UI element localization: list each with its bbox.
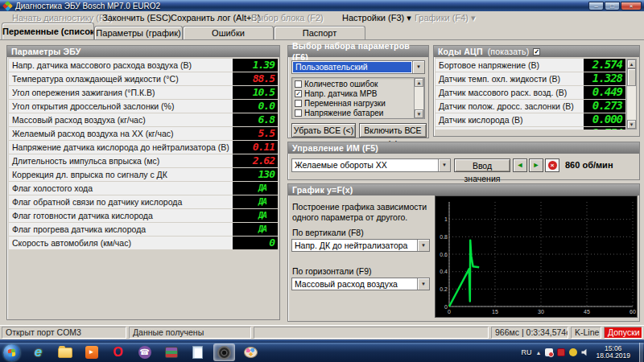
graph-description: Построение графика зависимости одного па… (292, 202, 432, 223)
vertical-axis-value: Напр. ДК до нейтрализатора (292, 240, 417, 251)
menu-item-settings[interactable]: Настройки (F3) ▾ (341, 12, 413, 24)
svg-text:30: 30 (538, 309, 544, 315)
ecu-param-rows: Напр. датчика массового расхода воздуха … (9, 59, 278, 250)
tab-variables-list[interactable]: Переменные (список) (2, 23, 94, 39)
menu-item-save-log[interactable]: Сохранить лог (Alt+S) (169, 12, 262, 23)
svg-text:1: 1 (444, 216, 448, 222)
stop-control-button[interactable]: × (545, 158, 559, 172)
param-value-lcd: ДА (233, 209, 278, 222)
horizontal-axis-dropdown[interactable]: Массовый расход воздуха ▼ (291, 278, 430, 290)
param-set-item[interactable]: Количество ошибок (294, 79, 423, 88)
window-controls: – □ × (588, 2, 642, 10)
ecu-param-row: Напр. датчика массового расхода воздуха … (9, 59, 278, 72)
checkbox-icon[interactable] (295, 109, 302, 117)
param-label: Скорость автомобиля (км/час) (9, 238, 233, 248)
window-titlebar: Диагностика ЭБУ Bosch MP7.0 EURO2 – □ × (0, 0, 644, 11)
adc-value-lcd: 1.328 (584, 72, 625, 85)
tab-params-graph[interactable]: Параметры (график) (94, 26, 183, 39)
adc-scrollbar[interactable]: ▲ ▼ (626, 59, 637, 130)
xy-chart: 00.20.40.60.81015304560 (436, 196, 637, 317)
adc-show-label: (показать) (488, 46, 530, 57)
param-set-item[interactable]: Напряжение батареи (294, 108, 423, 117)
tab-passport[interactable]: Паспорт (274, 26, 365, 39)
include-all-button[interactable]: Включить ВСЕ (>) (359, 123, 427, 138)
param-set-dropdown[interactable]: Пользовательский ▼ (291, 60, 425, 74)
scroll-down-icon[interactable]: ▼ (415, 109, 423, 118)
adc-label: Бортовое напряжение (В) (436, 60, 584, 70)
taskbar: e►O☎ RU ▲ 15:06 18.04.2019 (0, 343, 644, 362)
app-icon (2, 1, 13, 11)
ecu-param-row: Флаг обратной связи по датчику кислорода… (9, 195, 278, 208)
media-player-icon[interactable]: ► (80, 343, 102, 361)
opera-icon-glyph: O (113, 345, 122, 360)
notepad-icon[interactable] (187, 343, 208, 361)
adc-label: Датчик темп. охл. жидкости (В) (436, 74, 584, 84)
viber-icon[interactable]: ☎ (134, 343, 155, 361)
show-desktop-button[interactable] (639, 343, 643, 362)
close-button[interactable]: × (621, 2, 642, 10)
xy-chart-box: 00.20.40.60.81015304560 (435, 195, 638, 318)
menu-item-select-block: Выбор блока (F2) (250, 12, 325, 23)
increase-arrow-button[interactable]: ► (529, 158, 543, 172)
checkbox-icon[interactable]: ✓ (295, 90, 302, 97)
winrar-icon[interactable] (160, 343, 182, 361)
param-set-item-label: Количество ошибок (304, 80, 378, 88)
tray-yellow-icon[interactable] (569, 348, 577, 356)
start-button[interactable] (3, 344, 20, 361)
param-set-listbox[interactable]: Количество ошибок✓Напр. датчика МРВПерем… (291, 77, 425, 119)
param-label: Флаг обратной связи по датчику кислорода (9, 197, 233, 207)
ecu-param-row: Флаг холостого ходаДА (9, 182, 278, 195)
param-value-lcd: 5.5 (233, 127, 278, 140)
action-center-flag-icon[interactable] (545, 348, 553, 356)
language-indicator[interactable]: RU (522, 348, 532, 356)
tray-red-icon[interactable] (557, 348, 565, 356)
vertical-axis-dropdown[interactable]: Напр. ДК до нейтрализатора ▼ (291, 239, 430, 252)
minimize-button[interactable]: – (588, 2, 604, 10)
scroll-thumb[interactable] (627, 68, 636, 86)
param-set-item[interactable]: Переменная нагрузки (294, 98, 423, 108)
param-label: Длительность импульса впрыска (мс) (9, 156, 233, 166)
graph-panel-header: График y=F(x) (288, 184, 639, 195)
menu-bar: Начать диагностику (F1)Закончить (ESC)Со… (0, 11, 644, 23)
param-value-lcd: 88.5 (233, 72, 278, 85)
chevron-down-icon[interactable]: ▼ (417, 240, 429, 251)
param-set-item[interactable]: ✓Напр. датчика МРВ (294, 88, 423, 98)
checkbox-icon[interactable] (295, 100, 302, 107)
paint-icon[interactable] (240, 343, 262, 361)
remove-all-button[interactable]: Убрать ВСЕ (<) (291, 123, 356, 138)
menu-item-finish[interactable]: Закончить (ESC) (101, 12, 173, 23)
chevron-down-icon[interactable]: ▼ (438, 159, 450, 171)
decrease-arrow-button[interactable]: ◄ (513, 158, 527, 172)
chevron-down-icon[interactable]: ▼ (412, 61, 424, 73)
tab-errors[interactable]: Ошибки (183, 26, 274, 39)
status-protocol: K-Line (571, 327, 601, 339)
scroll-up-icon[interactable]: ▲ (627, 60, 636, 68)
param-label: Температура охлаждающей жидкости (°С) (9, 74, 233, 84)
scroll-up-icon[interactable]: ▲ (415, 78, 423, 87)
param-set-item-label: Напряжение батареи (304, 109, 383, 117)
media-player-icon-glyph: ► (85, 346, 98, 359)
ecu-param-row: Массовый расход воздуха (кг/час)6.8 (9, 113, 278, 126)
svg-text:15: 15 (492, 309, 498, 315)
enter-value-button[interactable]: Ввод значения (454, 158, 510, 172)
diagnostics-app-icon[interactable] (213, 343, 235, 361)
checkbox-icon[interactable] (295, 80, 302, 88)
taskbar-clock[interactable]: 15:06 18.04.2019 (593, 345, 633, 360)
adc-panel-title: Коды АЦП (438, 46, 483, 57)
param-label: Напряжение датчика кислорода до нейтрали… (9, 142, 233, 152)
restore-button[interactable]: □ (605, 2, 620, 10)
clock-date: 18.04.2019 (596, 352, 630, 360)
actuator-dropdown[interactable]: Желаемые обороты ХХ ▼ (291, 158, 451, 172)
scroll-down-icon[interactable]: ▼ (627, 120, 636, 129)
tray-expand-icon[interactable]: ▲ (536, 350, 542, 356)
chevron-down-icon[interactable]: ▼ (417, 278, 429, 290)
adc-show-checkbox[interactable]: ✓ (533, 48, 540, 56)
internet-explorer-icon[interactable]: e (27, 343, 49, 361)
volume-icon[interactable] (581, 348, 589, 356)
file-explorer-icon[interactable] (54, 343, 76, 361)
param-label: Напр. датчика массового расхода воздуха … (9, 60, 233, 70)
param-set-scrollbar[interactable]: ▲ ▼ (414, 77, 424, 119)
svg-text:0: 0 (448, 309, 451, 315)
opera-icon[interactable]: O (107, 343, 129, 361)
cancel-icon: × (548, 161, 557, 170)
